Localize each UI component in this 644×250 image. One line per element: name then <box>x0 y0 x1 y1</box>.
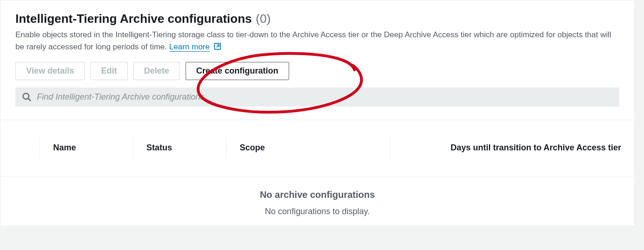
search-input[interactable] <box>37 92 613 102</box>
view-details-button[interactable]: View details <box>15 62 85 80</box>
learn-more-link[interactable]: Learn more <box>169 42 210 52</box>
empty-title: No archive configurations <box>0 189 634 200</box>
svg-line-2 <box>28 99 31 101</box>
config-table: Name Status Scope Days until transition … <box>0 120 634 226</box>
table-header-select <box>0 137 40 159</box>
table-header-name: Name <box>40 137 133 159</box>
external-link-icon <box>214 42 222 50</box>
search-icon <box>22 92 31 101</box>
svg-point-1 <box>23 94 29 100</box>
empty-subtitle: No configurations to display. <box>0 207 634 216</box>
table-header-days: Days until transition to Archive Access … <box>389 137 634 159</box>
archive-config-panel: Intelligent-Tiering Archive configuratio… <box>0 0 635 226</box>
panel-count: (0) <box>256 12 271 26</box>
search-container <box>15 88 619 107</box>
table-header-scope: Scope <box>226 137 389 159</box>
panel-title: Intelligent-Tiering Archive configuratio… <box>15 12 252 26</box>
action-button-row: View details Edit Delete Create configur… <box>15 62 619 80</box>
delete-button[interactable]: Delete <box>133 62 180 80</box>
create-configuration-button[interactable]: Create configuration <box>186 62 289 80</box>
empty-state: No archive configurations No configurati… <box>0 176 634 226</box>
edit-button[interactable]: Edit <box>90 62 128 80</box>
panel-description: Enable objects stored in the Intelligent… <box>15 29 619 54</box>
table-header-status: Status <box>133 137 226 159</box>
table-header-row: Name Status Scope Days until transition … <box>0 120 634 176</box>
description-text: Enable objects stored in the Intelligent… <box>15 30 611 51</box>
